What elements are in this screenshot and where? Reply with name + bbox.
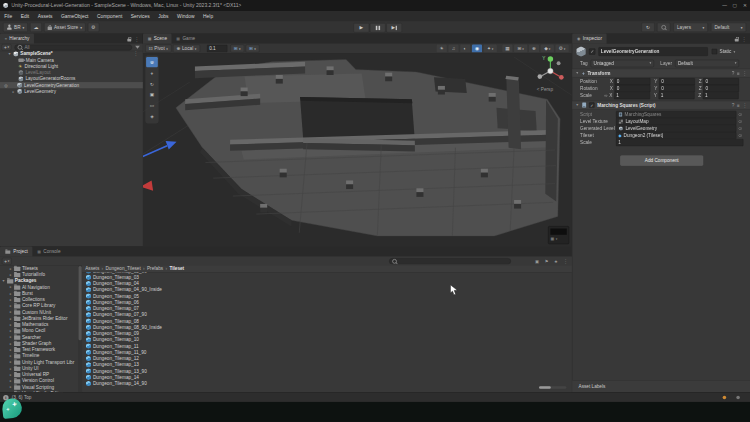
tab-scene[interactable]: ▦ Scene: [143, 34, 172, 44]
add-component-button[interactable]: Add Component: [620, 155, 703, 165]
undo-history-button[interactable]: ↻: [641, 23, 654, 32]
position-y-field[interactable]: 0: [659, 78, 695, 85]
scene-camera-dropdown[interactable]: ⚙▾: [555, 45, 568, 53]
scale-tool-button[interactable]: ▣: [146, 90, 158, 100]
camera-settings-button[interactable]: ✦▾: [484, 45, 497, 53]
presets-icon[interactable]: ≡: [737, 70, 740, 75]
view-tool-button[interactable]: ⊚: [146, 57, 158, 67]
perspective-label[interactable]: < Persp: [537, 87, 553, 92]
lock-icon[interactable]: [735, 39, 739, 42]
search-by-type-icon[interactable]: ▣: [535, 258, 539, 263]
link-scale-icon[interactable]: ∞: [604, 93, 607, 98]
menu-jobs[interactable]: Jobs: [154, 13, 173, 18]
layout-dropdown[interactable]: Default ▾: [711, 23, 746, 32]
hierarchy-row[interactable]: ▸ LevelGeometry: [0, 88, 143, 94]
expander-icon[interactable]: ▼: [7, 52, 11, 56]
object-picker-icon[interactable]: ⊙: [738, 126, 742, 131]
object-picker-icon[interactable]: ⊙: [738, 119, 742, 124]
breadcrumb-item[interactable]: Assets: [85, 266, 99, 271]
maximize-button[interactable]: ▢: [730, 3, 740, 8]
active-checkbox[interactable]: ✓: [589, 48, 595, 54]
object-picker-icon[interactable]: ⊙: [738, 112, 742, 117]
generated-level-object-field[interactable]: LevelGeometry: [616, 125, 736, 132]
rect-tool-button[interactable]: ▭: [146, 101, 158, 111]
orientation-gizmo[interactable]: Y: [533, 54, 568, 87]
menu-file[interactable]: File: [0, 13, 16, 18]
scale-z-field[interactable]: 1: [703, 92, 739, 99]
tab-project[interactable]: Project: [0, 246, 33, 256]
script-object-field[interactable]: MarchingSquares: [616, 111, 736, 118]
scale-x-field[interactable]: 1: [614, 92, 650, 99]
project-search-input[interactable]: [389, 258, 511, 264]
menu-window[interactable]: Window: [173, 13, 199, 18]
menu-services[interactable]: Services: [127, 13, 154, 18]
breadcrumb-item[interactable]: Tileset: [169, 266, 184, 271]
settings-button[interactable]: ⚙: [88, 23, 99, 32]
tab-console[interactable]: ▦ Console: [33, 246, 66, 256]
overlay-icon[interactable]: ▦: [550, 237, 554, 241]
tab-game[interactable]: ▦ Game: [172, 34, 200, 44]
static-checkbox[interactable]: [712, 49, 717, 54]
lock-icon[interactable]: [127, 39, 131, 42]
help-icon[interactable]: ?: [732, 102, 735, 107]
foldout-icon[interactable]: ▼: [575, 71, 579, 75]
tag-dropdown[interactable]: Untagged ▾: [591, 60, 654, 67]
script-scale-field[interactable]: 1: [616, 139, 743, 146]
asset-store-button[interactable]: Asset Store ▾: [44, 23, 85, 32]
audio-toggle[interactable]: ♫: [448, 45, 458, 53]
chevron-down-icon[interactable]: ▾: [556, 237, 558, 241]
create-asset-button[interactable]: + ▾: [2, 258, 12, 265]
collapsed-overlay[interactable]: ▦ ▾: [548, 226, 569, 244]
scene-viewport-3d[interactable]: ⊚ + ↻ ▣ ▭ ◈ Y < Persp: [143, 53, 572, 246]
position-z-field[interactable]: 0: [703, 78, 739, 85]
breadcrumb-item[interactable]: Prefabs: [147, 266, 163, 271]
search-by-label-icon[interactable]: ⚑: [545, 258, 549, 263]
grid-size-field[interactable]: 0.1: [207, 45, 227, 52]
increment-snap-button[interactable]: ⊞ ▾: [246, 45, 260, 53]
step-button[interactable]: ▶: [386, 23, 402, 32]
handle-rotation-toggle[interactable]: ⊕ Local ▾: [173, 45, 200, 53]
filter-funnel-icon[interactable]: [135, 46, 140, 49]
lighting-toggle[interactable]: ☀: [437, 45, 447, 53]
menu-gameobject[interactable]: GameObject: [57, 13, 93, 18]
static-dropdown-icon[interactable]: ▾: [734, 50, 736, 54]
icon-size-slider[interactable]: [539, 386, 566, 388]
effects-toggle[interactable]: ◐: [460, 45, 470, 53]
tileset-object-field[interactable]: ◆ Dungeon2 (Tileset): [616, 132, 736, 139]
kebab-menu-icon[interactable]: ⋮: [743, 70, 748, 75]
scale-y-field[interactable]: 1: [658, 92, 694, 99]
foldout-icon[interactable]: ▼: [575, 103, 579, 107]
search-everything-button[interactable]: [657, 23, 670, 32]
menu-edit[interactable]: Edit: [16, 13, 33, 18]
tab-hierarchy[interactable]: ≡ Hierarchy: [0, 34, 34, 44]
draw-mode-dropdown[interactable]: ⊞▾: [514, 45, 527, 53]
layer-dropdown[interactable]: Default ▾: [675, 60, 739, 67]
tab-inspector[interactable]: ◉ Inspector: [572, 34, 606, 44]
picking-icon[interactable]: ◎: [4, 83, 7, 87]
help-icon[interactable]: ?: [732, 70, 735, 75]
breadcrumb-item[interactable]: Dungeon_Tileset: [105, 266, 140, 271]
rotate-tool-button[interactable]: ↻: [146, 79, 158, 89]
save-search-icon[interactable]: ★: [554, 258, 558, 263]
position-x-field[interactable]: 0: [614, 78, 650, 85]
gameobject-name-field[interactable]: LevelGeometryGeneration: [598, 47, 707, 56]
transform-header[interactable]: ▼ + Transform ? ≡ ⋮: [572, 69, 750, 78]
kebab-menu-icon[interactable]: ⋮: [563, 258, 568, 263]
kebab-menu-icon[interactable]: ⋮: [134, 51, 139, 56]
scene-visibility-toggle[interactable]: ◉: [472, 45, 482, 53]
gizmos-dropdown[interactable]: ◆▾: [541, 45, 554, 53]
2d-toggle[interactable]: ⊕: [529, 45, 539, 53]
grid-snap-button[interactable]: ⊞ ▾: [230, 45, 244, 53]
component-enabled-checkbox[interactable]: ✓: [589, 102, 594, 107]
create-add-button[interactable]: + ▾: [2, 44, 12, 50]
marching-squares-header[interactable]: ▼ ✓ Marching Squares (Script) ? ≡ ⋮: [572, 101, 750, 110]
close-button[interactable]: ✕: [740, 3, 750, 8]
transform-tool-button[interactable]: ◈: [146, 112, 158, 122]
hierarchy-search-input[interactable]: All: [14, 44, 132, 50]
kebab-menu-icon[interactable]: ⋮: [742, 37, 747, 42]
play-button[interactable]: ▶: [354, 23, 370, 32]
menu-assets[interactable]: Assets: [33, 13, 56, 18]
cloud-button[interactable]: ☁: [30, 23, 42, 32]
asset-labels-bar[interactable]: Asset Labels: [572, 380, 750, 392]
expander-icon[interactable]: ▸: [11, 89, 15, 93]
